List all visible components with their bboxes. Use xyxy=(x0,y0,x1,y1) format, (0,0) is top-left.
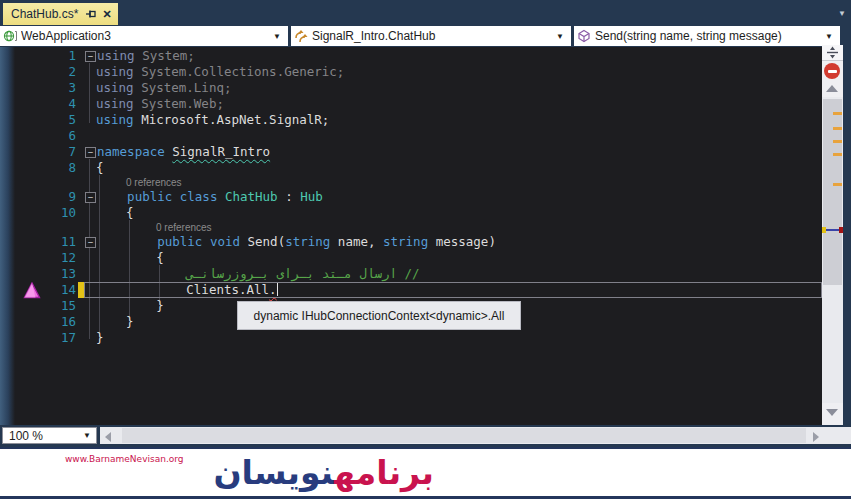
line-number: 14 xyxy=(56,282,76,298)
code-line[interactable]: 14 Clients.All. xyxy=(0,282,822,298)
line-number: 16 xyxy=(56,314,76,330)
code-text: using System.Linq; xyxy=(96,80,822,96)
code-line[interactable]: 1−using System; xyxy=(0,48,822,64)
fold-margin xyxy=(84,64,96,80)
line-number: 17 xyxy=(56,330,76,346)
line-number: 4 xyxy=(56,96,76,112)
scroll-left-arrow[interactable] xyxy=(105,432,111,442)
close-icon[interactable]: ✕ xyxy=(102,8,111,21)
code-editor[interactable]: 1−using System;2using System.Collections… xyxy=(0,47,851,425)
pin-icon[interactable] xyxy=(85,8,97,20)
scrollbar-track[interactable] xyxy=(822,97,843,403)
codelens-row[interactable]: 0 references xyxy=(0,221,822,234)
zoom-level: 100 % xyxy=(3,429,83,443)
type-dropdown[interactable]: SignalR_Intro.ChatHub ▼ xyxy=(291,26,571,46)
line-number: 5 xyxy=(56,112,76,128)
error-marker xyxy=(839,227,843,233)
code-text xyxy=(96,128,822,144)
line-number: 11 xyxy=(56,234,76,250)
code-line[interactable]: 11− public void Send(string name, string… xyxy=(0,234,822,250)
code-line[interactable]: 2using System.Collections.Generic; xyxy=(0,64,822,80)
scroll-up-arrow[interactable] xyxy=(826,85,838,92)
code-line[interactable]: 10 { xyxy=(0,205,822,221)
code-text: { xyxy=(96,160,822,176)
chevron-down-icon: ▼ xyxy=(553,32,567,41)
fold-margin xyxy=(84,330,96,346)
line-number: 10 xyxy=(56,205,76,221)
code-line[interactable]: 4using System.Web; xyxy=(0,96,822,112)
scrollbar-track-column xyxy=(822,45,843,425)
code-text: namespace SignalR_Intro xyxy=(97,144,822,160)
fold-margin xyxy=(84,80,96,96)
chevron-down-icon: ▼ xyxy=(822,32,836,41)
fold-margin xyxy=(84,314,96,330)
code-line[interactable]: 17} xyxy=(0,330,822,346)
line-number: 12 xyxy=(56,250,76,266)
codelens-row[interactable]: 0 references xyxy=(0,176,822,189)
fold-toggle[interactable]: − xyxy=(85,192,96,203)
split-window-handle[interactable] xyxy=(822,45,843,61)
zoom-dropdown[interactable]: 100 % ▼ xyxy=(2,427,97,444)
fold-margin xyxy=(84,266,96,282)
fold-toggle[interactable]: − xyxy=(85,51,96,62)
class-icon xyxy=(294,29,308,43)
quick-info-text: dynamic IHubConnectionContext<dynamic>.A… xyxy=(254,309,505,323)
watermark-banner: برنامهنویسان www.BarnameNevisan.org xyxy=(0,447,851,499)
fold-margin xyxy=(84,250,96,266)
fold-margin xyxy=(84,282,96,298)
fold-toggle[interactable]: − xyxy=(85,237,96,248)
code-line[interactable]: 5using Microsoft.AspNet.SignalR; xyxy=(0,112,822,128)
line-number: 6 xyxy=(56,128,76,144)
type-dropdown-label: SignalR_Intro.ChatHub xyxy=(312,29,553,43)
code-text: using Microsoft.AspNet.SignalR; xyxy=(96,112,822,128)
logo-text-red: برنامه xyxy=(334,453,434,492)
web-project-icon xyxy=(3,29,17,43)
watermark-url: www.BarnameNevisan.org xyxy=(65,454,184,464)
unsaved-change-marker xyxy=(822,227,826,233)
warning-glyph-icon[interactable] xyxy=(23,282,41,299)
fold-margin xyxy=(84,298,96,314)
codelens-references[interactable]: 0 references xyxy=(156,221,212,234)
line-number: 15 xyxy=(56,298,76,314)
code-text: { xyxy=(96,205,822,221)
code-text: { xyxy=(96,250,822,266)
changed-line-marker xyxy=(833,112,842,115)
code-text: } xyxy=(96,330,822,346)
line-number: 7 xyxy=(56,144,76,160)
line-number: 2 xyxy=(56,64,76,80)
code-text: public void Send(string name, string mes… xyxy=(97,234,822,250)
code-text: using System.Web; xyxy=(96,96,822,112)
code-line[interactable]: 7−namespace SignalR_Intro xyxy=(0,144,822,160)
horizontal-scrollbar-thumb[interactable] xyxy=(122,428,806,443)
code-line[interactable]: 13 ارسال مـتد بـرای بـروزرسانـی // xyxy=(0,266,822,282)
logo-text-blue: نویسان xyxy=(213,453,334,492)
project-dropdown-label: WebApplication3 xyxy=(21,29,270,43)
code-line[interactable]: 8{ xyxy=(0,160,822,176)
member-dropdown[interactable]: Send(string name, string message) ▼ xyxy=(574,26,840,46)
code-line[interactable]: 6 xyxy=(0,128,822,144)
changed-line-marker xyxy=(833,140,842,143)
code-text: public class ChatHub : Hub xyxy=(97,189,822,205)
scroll-right-arrow[interactable] xyxy=(813,432,819,442)
horizontal-scrollbar[interactable] xyxy=(100,427,851,444)
code-text: Clients.All. xyxy=(96,282,822,298)
code-line[interactable]: 9− public class ChatHub : Hub xyxy=(0,189,822,205)
tab-title: ChatHub.cs* xyxy=(11,7,78,21)
fold-toggle[interactable]: − xyxy=(85,147,96,158)
fold-margin xyxy=(84,160,96,176)
fold-margin xyxy=(84,112,96,128)
changed-line-marker xyxy=(833,183,842,186)
project-dropdown[interactable]: WebApplication3 ▼ xyxy=(0,26,288,46)
tab-chathub[interactable]: ChatHub.cs* ✕ xyxy=(3,3,118,25)
no-entry-icon xyxy=(824,63,840,79)
codelens-references[interactable]: 0 references xyxy=(126,176,182,189)
member-dropdown-label: Send(string name, string message) xyxy=(595,29,822,43)
code-line[interactable]: 3using System.Linq; xyxy=(0,80,822,96)
tab-list-dropdown-icon[interactable]: ▼ xyxy=(838,9,846,18)
fold-margin xyxy=(84,128,96,144)
chevron-down-icon: ▼ xyxy=(270,32,284,41)
scroll-down-arrow[interactable] xyxy=(826,409,838,416)
changed-line-marker xyxy=(833,153,842,156)
method-icon xyxy=(577,29,591,43)
code-line[interactable]: 12 { xyxy=(0,250,822,266)
